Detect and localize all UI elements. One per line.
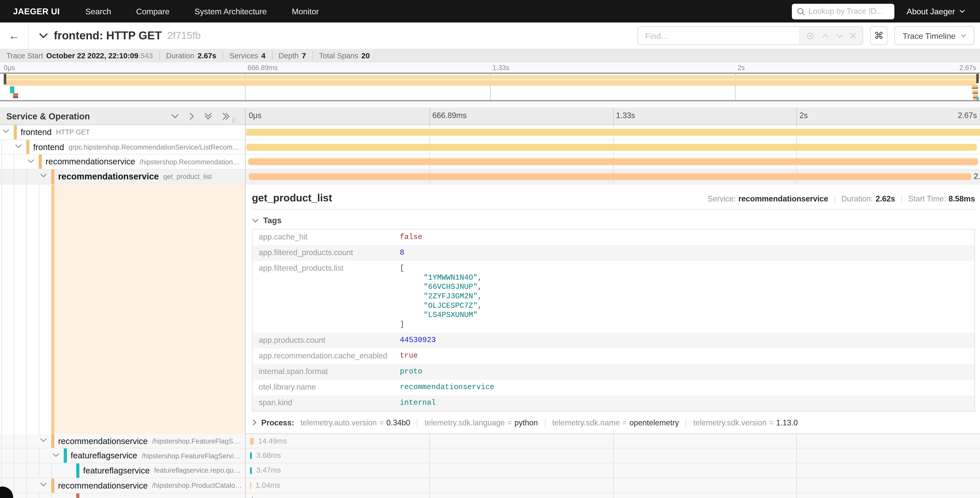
span-duration-bar[interactable] — [246, 144, 977, 150]
expand-all-icon[interactable] — [222, 112, 230, 120]
span-timeline-cell[interactable]: 3.68ms — [245, 449, 980, 463]
tag-row[interactable]: app.recommendation.cache_enabledtrue — [252, 348, 975, 364]
chevron-down-icon[interactable] — [15, 144, 22, 148]
collapse-trace-chevron-icon[interactable] — [39, 32, 48, 38]
span-timeline-cell[interactable]: 1.04ms — [245, 478, 980, 493]
service-value: recommendationservice — [738, 194, 828, 203]
span-duration-bar[interactable] — [249, 173, 971, 180]
span-duration-bar[interactable] — [250, 452, 252, 460]
service-operation-title: Service & Operation — [6, 111, 90, 121]
span-timeline-cell[interactable]: 14.49ms — [245, 434, 980, 448]
span-duration-bar[interactable] — [246, 129, 980, 136]
chevron-down-icon[interactable] — [52, 453, 59, 457]
tag-row[interactable]: otel.library.namerecommendationservice — [252, 379, 975, 395]
span-timeline-cell[interactable]: 2.62s — [245, 169, 980, 184]
operation-name: grpc.hipstershop.RecommendationService/L… — [68, 143, 244, 150]
span-timeline-cell[interactable]: 3.47ms — [245, 463, 980, 478]
span-duration-bar[interactable] — [250, 482, 251, 489]
tag-value: true — [394, 348, 975, 364]
chevron-down-icon[interactable] — [3, 129, 10, 134]
trace-id-lookup[interactable] — [792, 3, 894, 19]
span-timeline-cell[interactable] — [245, 155, 980, 169]
span-name-cell[interactable]: featureflagservice/hipstershop.FeatureFl… — [0, 449, 245, 463]
about-jaeger-menu[interactable]: About Jaeger — [907, 6, 965, 16]
span-row-partial[interactable] — [0, 493, 980, 498]
column-resize-handle[interactable] — [232, 118, 235, 123]
nav-item-system-architecture[interactable]: System Architecture — [182, 0, 280, 22]
summary-item: Total Spans20 — [312, 51, 370, 60]
span-label: frontendHTTP GET — [21, 125, 244, 139]
service-color-swatch — [26, 140, 29, 154]
process-item: telemetry.sdk.language=python — [417, 418, 538, 427]
span-row-frontend[interactable]: frontendHTTP GET — [0, 125, 980, 140]
span-row-recommendationservice[interactable]: recommendationservice/hipstershop.Recomm… — [0, 155, 980, 169]
tag-key: app.recommendation.cache_enabled — [252, 348, 393, 364]
expand-one-icon[interactable] — [189, 112, 194, 120]
tags-accordion-header[interactable]: Tags — [252, 209, 975, 229]
span-row-recommendationservice[interactable]: recommendationservice/hipstershop.Featur… — [0, 434, 980, 449]
tick-label: 666.89ms — [248, 64, 278, 71]
clear-find-icon[interactable] — [850, 32, 856, 38]
process-accordion[interactable]: Process: telemetry.auto.version=0.34b0te… — [252, 411, 975, 433]
span-row-featureflagservice[interactable]: featureflagservicefeatureflagservice.rep… — [0, 463, 980, 478]
tick-label: 1.33s — [616, 111, 635, 120]
nav-items: SearchCompareSystem ArchitectureMonitor — [73, 0, 331, 22]
timeline-gridline — [429, 108, 430, 124]
span-row-frontend[interactable]: frontendgrpc.hipstershop.RecommendationS… — [0, 140, 980, 155]
next-result-icon[interactable] — [836, 34, 843, 38]
minimap-span-cluster — [972, 85, 978, 89]
tag-value: 8 — [394, 245, 975, 260]
span-row-recommendationservice[interactable]: recommendationserviceget_product_list2.6… — [0, 169, 980, 184]
tag-row[interactable]: app.cache_hitfalse — [252, 229, 975, 245]
span-row-recommendationservice[interactable]: recommendationservice/hipstershop.Produc… — [0, 478, 980, 493]
minimap-right-drag-handle[interactable] — [976, 74, 979, 83]
span-name-cell[interactable]: frontendHTTP GET — [0, 125, 245, 139]
minimap-canvas[interactable] — [0, 73, 980, 102]
nav-item-monitor[interactable]: Monitor — [279, 0, 331, 22]
focus-span-icon[interactable] — [806, 32, 815, 40]
tag-row[interactable]: internal.span.formatproto — [252, 364, 975, 379]
minimap-left-drag-handle[interactable] — [4, 74, 6, 85]
tags-title: Tags — [263, 215, 282, 225]
chevron-down-icon[interactable] — [40, 438, 47, 442]
collapse-one-icon[interactable] — [171, 113, 179, 119]
nav-item-search[interactable]: Search — [73, 0, 124, 22]
span-name-cell[interactable]: recommendationserviceget_product_list — [0, 169, 245, 184]
app-brand[interactable]: JAEGER UI — [0, 6, 73, 16]
tag-row[interactable]: span.kindinternal — [252, 395, 975, 411]
service-color-swatch — [51, 478, 54, 493]
span-timeline-cell[interactable] — [245, 125, 980, 139]
tag-row[interactable]: app.filtered_products.list["1YMWWN1N4O",… — [252, 261, 975, 333]
nav-item-compare[interactable]: Compare — [124, 0, 182, 22]
span-name-cell[interactable]: recommendationservice/hipstershop.Recomm… — [0, 155, 245, 169]
chevron-down-icon[interactable] — [28, 159, 35, 163]
back-button[interactable]: ← — [0, 22, 29, 49]
collapse-all-icon[interactable] — [204, 112, 213, 120]
operation-name: /hipstershop.ProductCatalogSer... — [152, 482, 244, 489]
tick-label: 0μs — [249, 111, 262, 120]
span-row-featureflagservice[interactable]: featureflagservice/hipstershop.FeatureFl… — [0, 449, 980, 463]
trace-minimap: 0μs666.89ms1.33s2s2.67s — [0, 63, 980, 108]
keyboard-shortcuts-button[interactable]: ⌘ — [870, 26, 888, 45]
minimap-span-teal-tick — [977, 97, 979, 100]
find-input[interactable] — [638, 27, 799, 44]
span-name-cell[interactable]: featureflagservicefeatureflagservice.rep… — [0, 463, 245, 478]
tag-value: ["1YMWWN1N4O","66VCHSJNUP","2ZYFJ3GM2N",… — [394, 261, 975, 333]
span-duration-bar[interactable] — [250, 438, 254, 445]
timeline-gridline — [613, 108, 613, 124]
prev-result-icon[interactable] — [822, 34, 829, 38]
tag-row[interactable]: app.filtered_products.count8 — [252, 245, 975, 260]
operation-name: featureflagservice.repo.query:fe... — [154, 467, 244, 474]
chevron-down-icon[interactable] — [40, 174, 47, 178]
span-name-cell[interactable]: frontendgrpc.hipstershop.RecommendationS… — [0, 140, 245, 154]
chevron-down-icon[interactable] — [40, 482, 47, 487]
span-name-cell[interactable]: recommendationservice/hipstershop.Featur… — [0, 434, 245, 448]
span-duration-bar[interactable] — [250, 467, 252, 474]
trace-id-lookup-input[interactable] — [808, 7, 889, 16]
span-label: featureflagservicefeatureflagservice.rep… — [83, 463, 244, 478]
trace-view-selector[interactable]: Trace Timeline — [894, 26, 974, 45]
span-timeline-cell[interactable] — [245, 140, 980, 154]
span-name-cell[interactable]: recommendationservice/hipstershop.Produc… — [0, 478, 245, 493]
span-duration-bar[interactable] — [248, 158, 978, 165]
tag-row[interactable]: app.products.count44530923 — [252, 333, 975, 348]
